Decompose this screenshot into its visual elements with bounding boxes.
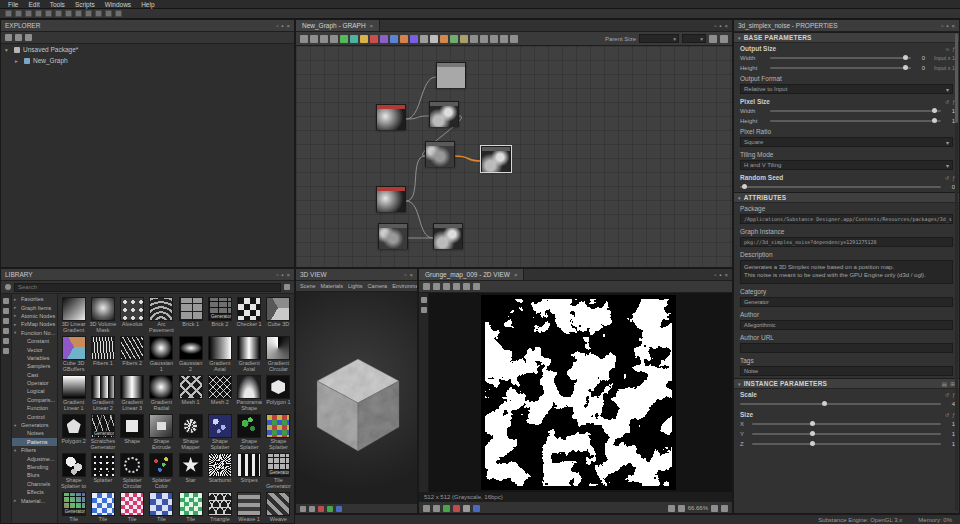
size-y-slider[interactable] [752,433,941,435]
close-icon[interactable]: × [724,23,728,29]
refresh-view-icon[interactable] [721,505,728,512]
green-swatch-icon[interactable] [443,505,450,512]
link-wh-icon[interactable]: ∞ [946,46,950,52]
graph-node[interactable] [378,223,408,249]
node-connection[interactable] [406,201,433,238]
parent-size-dropdown[interactable]: ▾ [639,34,679,43]
library-item[interactable]: GeneratorScratches Generator [88,412,117,451]
library-item[interactable]: Splatter Circular [118,451,147,490]
library-item[interactable]: Mesh 2 [205,373,234,412]
frame-node-icon[interactable] [500,35,508,43]
collapse-all-icon[interactable] [15,34,22,41]
library-item[interactable]: Gradient Linear 3 [118,373,147,412]
comment-node-icon[interactable] [490,35,498,43]
author-url-field[interactable] [740,343,953,353]
library-category-filters[interactable]: ▾Filters [12,446,57,454]
redo-icon[interactable] [55,10,62,17]
list-view-icon[interactable] [3,308,9,314]
library-item[interactable]: Shape Splatter Blend [235,412,264,451]
param-reset-icon[interactable]: ↺ [945,175,949,181]
paste-icon[interactable] [85,10,92,17]
undock-icon[interactable]: ▫ [714,23,716,29]
normal-node-icon[interactable] [410,35,418,43]
tiling-mode-dropdown[interactable]: H and V Tiling▾ [740,160,953,170]
maximize-icon[interactable]: ▪ [946,23,948,29]
library-category-control[interactable]: Control [12,412,57,420]
library-item[interactable]: Splatter Color [147,451,176,490]
3d-menu-lights[interactable]: Lights [348,283,363,289]
maximize-icon[interactable]: ▪ [719,23,721,29]
library-item[interactable]: Gradient Axial Reflected [235,334,264,373]
caret-down-icon[interactable]: ▾ [5,47,11,53]
library-category-atomic-nodes[interactable]: ▸Atomic Nodes [12,312,57,320]
menu-edit[interactable]: Edit [28,1,39,8]
graph-canvas[interactable] [296,46,732,268]
sharpen-node-icon[interactable] [400,35,408,43]
play-icon[interactable] [300,506,306,512]
2d-view-tab[interactable]: Grunge_map_009 - 2D VIEW × [419,269,524,280]
focus-selection-icon[interactable] [320,35,328,43]
library-category-operator[interactable]: Operator [12,379,57,387]
graph-node[interactable] [433,223,463,249]
copy-icon[interactable] [75,10,82,17]
library-item[interactable]: Tile Sampler Color [176,490,205,523]
maximize-icon[interactable]: ▪ [281,272,283,278]
library-item[interactable]: Panorama Shape [235,373,264,412]
tiling-preview-icon[interactable] [443,283,450,290]
section-base-parameters[interactable]: ▾ BASE PARAMETERS [734,32,959,43]
green-channel-icon[interactable] [327,506,333,512]
3d-menu-environment[interactable]: Environment [392,283,418,289]
library-category-channels[interactable]: Channels [12,480,57,488]
library-item[interactable]: Weave Generator [264,490,293,523]
library-item[interactable]: Tile Random Color [118,490,147,523]
zoom-tool-icon[interactable] [433,283,440,290]
sync-selection-icon[interactable] [25,34,32,41]
library-item[interactable]: Stripes [235,451,264,490]
library-item[interactable]: Shape Splatter Data Extract [264,412,293,451]
graph-node[interactable] [376,186,406,212]
library-category-function-no-[interactable]: ▾Function No... [12,329,57,337]
menu-windows[interactable]: Windows [105,1,131,8]
library-category-function[interactable]: Function [12,404,57,412]
blend-node-icon[interactable] [350,35,358,43]
3d-menu-camera[interactable]: Camera [368,283,388,289]
maximize-icon[interactable]: ▪ [719,272,721,278]
pixel-width-slider[interactable] [770,110,941,112]
param-reset-icon[interactable]: ↺ [945,392,949,398]
caret-right-icon[interactable]: ▸ [15,58,21,64]
library-item[interactable]: Checker 1 [235,295,264,334]
close-tab-icon[interactable]: × [370,23,374,29]
grid-view-icon[interactable] [3,298,9,304]
center-view-icon[interactable] [678,505,685,512]
blur-node-icon[interactable] [380,35,388,43]
properties-scrollbar[interactable] [955,33,958,511]
color-pick-icon[interactable] [421,307,427,313]
node-connection-active[interactable] [455,156,481,161]
3d-viewport[interactable] [296,292,417,503]
play-icon[interactable] [423,505,430,512]
library-item[interactable]: Tile Random [88,490,117,523]
graph-node[interactable] [429,101,459,127]
close-icon[interactable]: × [286,272,290,278]
library-category-cast[interactable]: Cast [12,371,57,379]
param-reset-icon[interactable]: ↺ [945,99,949,105]
menu-file[interactable]: File [8,1,18,8]
filter-icon[interactable] [5,34,12,41]
output-width-slider[interactable] [770,57,911,59]
undo-icon[interactable] [45,10,52,17]
output-format-dropdown[interactable]: Relative to Input▾ [740,84,953,94]
library-item[interactable]: Triangle Grid [205,490,234,523]
library-item[interactable]: Shape Extrude [147,412,176,451]
pause-engine-icon[interactable] [720,35,728,43]
undock-icon[interactable]: ▫ [276,272,278,278]
graph-tab[interactable]: New_Graph - GRAPH × [296,20,380,31]
levels-node-icon[interactable] [360,35,368,43]
size-z-slider[interactable] [752,443,941,445]
library-category-favorites[interactable]: ▸Favorites [12,295,57,303]
menu-help[interactable]: Help [141,1,154,8]
library-item[interactable]: Cube 3D [264,295,293,334]
library-item[interactable]: Star [176,451,205,490]
pin-node-icon[interactable] [510,35,518,43]
library-item[interactable]: Cube 3D GBuffers [59,334,88,373]
library-item[interactable]: Gradient Circular [264,334,293,373]
